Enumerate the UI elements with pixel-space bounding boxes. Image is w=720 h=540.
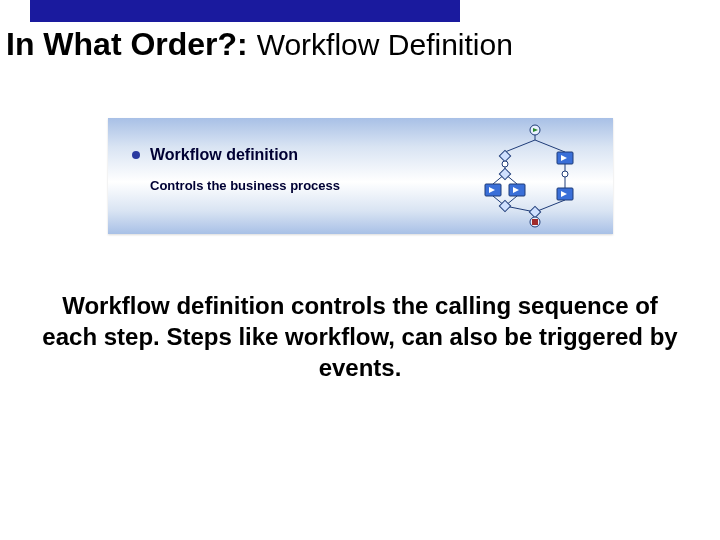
svg-rect-2 <box>499 150 510 161</box>
svg-rect-12 <box>499 200 510 211</box>
title-regular: Workflow Definition <box>257 28 513 61</box>
panel-heading-line: Workflow definition <box>132 146 340 164</box>
svg-rect-13 <box>529 206 540 217</box>
panel-text-block: Workflow definition Controls the busines… <box>132 146 340 193</box>
svg-rect-5 <box>499 168 510 179</box>
body-paragraph: Workflow definition controls the calling… <box>40 290 680 384</box>
workflow-diagram-icon <box>475 124 595 228</box>
bullet-icon <box>132 151 140 159</box>
info-panel: Workflow definition Controls the busines… <box>108 118 613 234</box>
svg-point-17 <box>562 171 568 177</box>
title-bold: In What Order?: <box>6 26 248 62</box>
panel-heading: Workflow definition <box>150 146 298 164</box>
panel-subtitle: Controls the business process <box>150 178 340 193</box>
svg-point-16 <box>502 161 508 167</box>
page-title: In What Order?: Workflow Definition <box>6 26 513 63</box>
title-bar <box>30 0 460 22</box>
svg-rect-15 <box>532 219 538 225</box>
